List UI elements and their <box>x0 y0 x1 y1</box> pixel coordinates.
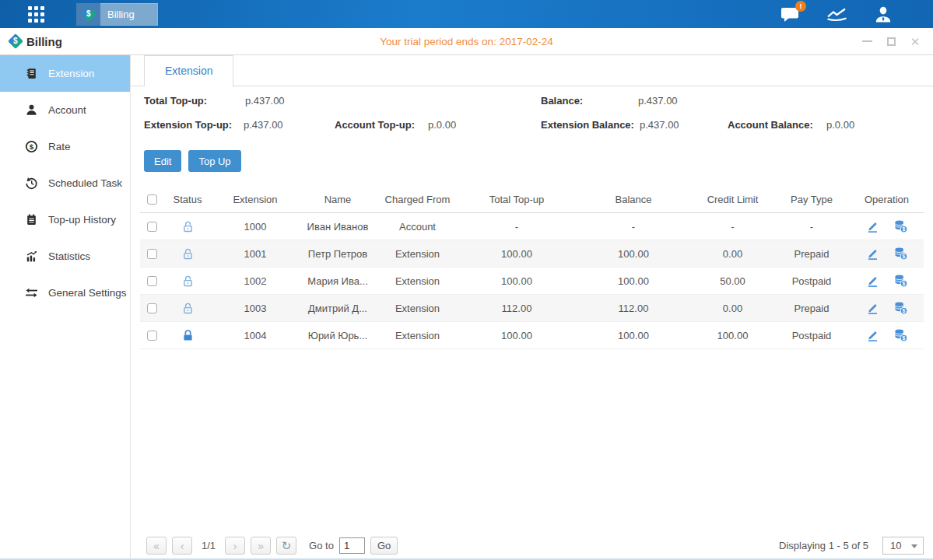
titlebar: $ Billing Your trial period ends on: 201… <box>0 28 933 55</box>
header-balance: Balance <box>575 194 692 205</box>
cell-total-topup: - <box>458 221 575 233</box>
account-topup-label: Account Top-up: <box>335 119 415 131</box>
table-row: 1003 Дмитрий Д... Extension 112.00 112.0… <box>140 295 924 322</box>
svg-text:$: $ <box>903 254 906 260</box>
table-row: 1002 Мария Ива... Extension 100.00 100.0… <box>140 268 924 295</box>
billing-app-tab[interactable]: $ Billing <box>76 3 158 26</box>
person-icon <box>25 103 38 117</box>
chevron-down-icon <box>911 544 917 548</box>
next-page-button[interactable]: › <box>225 537 245 555</box>
sidebar-item-topup-history[interactable]: Top-up History <box>0 201 130 238</box>
svg-text:$: $ <box>903 335 906 341</box>
topup-coins-icon[interactable]: $ <box>893 219 908 233</box>
edit-pencil-icon[interactable] <box>865 247 879 261</box>
extension-balance-value: p.437.00 <box>640 119 679 131</box>
svg-text:$: $ <box>903 281 906 287</box>
billing-title-icon: $ <box>8 33 23 49</box>
cell-balance: 112.00 <box>575 303 692 314</box>
edit-button[interactable]: Edit <box>144 150 181 172</box>
topup-coins-icon[interactable]: $ <box>893 247 908 261</box>
sidebar-item-rate[interactable]: $ Rate <box>0 128 130 165</box>
notification-badge: ! <box>795 1 806 12</box>
goto-page-input[interactable] <box>339 537 365 554</box>
account-balance-value: p.0.00 <box>826 119 854 131</box>
edit-pencil-icon[interactable] <box>865 274 879 288</box>
sidebar-item-label: Account <box>48 104 86 116</box>
window-title: Billing <box>26 35 62 48</box>
row-checkbox[interactable] <box>147 222 157 232</box>
svg-text:$: $ <box>30 142 34 151</box>
topup-coins-icon[interactable]: $ <box>893 328 908 342</box>
stats-icon <box>25 250 38 263</box>
cell-name: Петр Петров <box>299 248 377 260</box>
cell-extension: 1000 <box>212 221 299 233</box>
svg-text:$: $ <box>903 308 906 314</box>
cell-name: Дмитрий Д... <box>299 303 377 314</box>
sidebar-item-extension[interactable]: Extension <box>0 55 130 92</box>
status-unlocked-icon <box>181 275 195 288</box>
cell-extension: 1003 <box>212 303 299 314</box>
header-total-topup: Total Top-up <box>458 194 575 205</box>
edit-pencil-icon[interactable] <box>865 301 879 315</box>
sidebar-item-label: Top-up History <box>48 214 116 226</box>
maximize-icon[interactable] <box>886 36 896 47</box>
first-page-button[interactable]: « <box>146 537 167 555</box>
cell-credit-limit: - <box>692 221 773 233</box>
tab-extension[interactable]: Extension <box>144 55 233 86</box>
header-extension: Extension <box>212 194 299 205</box>
topup-coins-icon[interactable]: $ <box>893 301 908 315</box>
refresh-icon[interactable]: ↻ <box>276 537 296 555</box>
cell-charged-from: Extension <box>377 303 458 314</box>
account-balance-label: Account Balance: <box>728 119 813 131</box>
close-icon[interactable]: ✕ <box>910 36 921 47</box>
go-button[interactable]: Go <box>370 537 398 555</box>
prev-page-button[interactable]: ‹ <box>172 537 192 555</box>
row-checkbox[interactable] <box>147 249 157 259</box>
cell-charged-from: Extension <box>377 248 458 260</box>
extension-topup-value: p.437.00 <box>244 119 283 131</box>
reports-chart-icon[interactable] <box>826 6 847 22</box>
sidebar-item-account[interactable]: Account <box>0 92 130 128</box>
status-unlocked-icon <box>181 247 195 261</box>
row-checkbox[interactable] <box>147 276 157 286</box>
cell-extension: 1002 <box>212 275 299 287</box>
topbar: $ Billing ! <box>0 0 933 28</box>
row-checkbox[interactable] <box>147 303 157 313</box>
app-grid-icon[interactable] <box>28 6 44 23</box>
sidebar-item-statistics[interactable]: Statistics <box>0 238 130 275</box>
cell-total-topup: 112.00 <box>458 303 575 314</box>
status-locked-icon <box>181 329 195 342</box>
page-size-select[interactable]: 10 <box>882 537 924 555</box>
cell-charged-from: Extension <box>377 275 458 287</box>
billing-app-icon: $ <box>76 3 100 26</box>
header-status: Status <box>163 194 212 205</box>
edit-pencil-icon[interactable] <box>865 328 879 342</box>
cell-balance: - <box>575 221 692 233</box>
goto-label: Go to <box>309 540 334 551</box>
cell-extension: 1001 <box>212 248 299 260</box>
edit-pencil-icon[interactable] <box>865 219 879 233</box>
last-page-button[interactable]: » <box>251 537 271 555</box>
sidebar-item-scheduled-task[interactable]: Scheduled Task <box>0 165 130 201</box>
cell-extension: 1004 <box>212 330 299 341</box>
total-topup-label: Total Top-up: <box>144 95 207 107</box>
table-row: 1001 Петр Петров Extension 100.00 100.00… <box>140 240 924 268</box>
header-pay-type: Pay Type <box>773 194 850 205</box>
messages-icon[interactable]: ! <box>780 6 800 23</box>
table-header: Status Extension Name Charged From Total… <box>140 187 924 213</box>
trial-message: Your trial period ends on: 2017-02-24 <box>0 36 933 47</box>
row-checkbox[interactable] <box>147 331 157 341</box>
select-all-checkbox[interactable] <box>147 194 157 205</box>
user-icon[interactable] <box>874 6 893 23</box>
sidebar-item-label: Statistics <box>48 250 90 262</box>
table-body: 1000 Иван Иванов Account - - - - $ <box>140 213 924 349</box>
pagination-bar: « ‹ 1/1 › » ↻ Go to Go Displaying 1 - 5 … <box>131 537 933 555</box>
topup-button[interactable]: Top Up <box>188 150 240 172</box>
cell-name: Иван Иванов <box>299 221 377 233</box>
topup-coins-icon[interactable]: $ <box>893 274 908 288</box>
billing-window: $ Billing ! $ Billing Your trial period … <box>0 0 933 560</box>
notebook-icon <box>25 213 38 226</box>
sidebar-item-general-settings[interactable]: General Settings <box>0 275 130 311</box>
minimize-icon[interactable] <box>861 36 872 47</box>
total-topup-value: p.437.00 <box>245 95 285 107</box>
